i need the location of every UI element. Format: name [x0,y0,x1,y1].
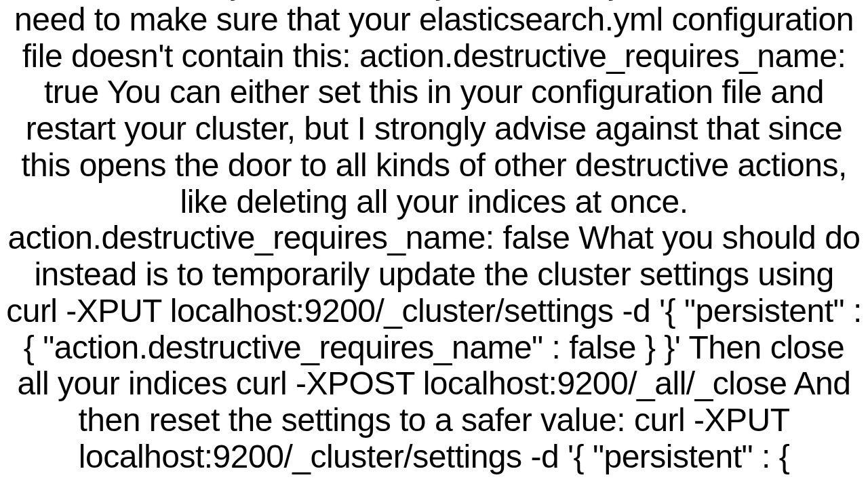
document-body: action, it is maybe disabled by default … [0,0,868,475]
